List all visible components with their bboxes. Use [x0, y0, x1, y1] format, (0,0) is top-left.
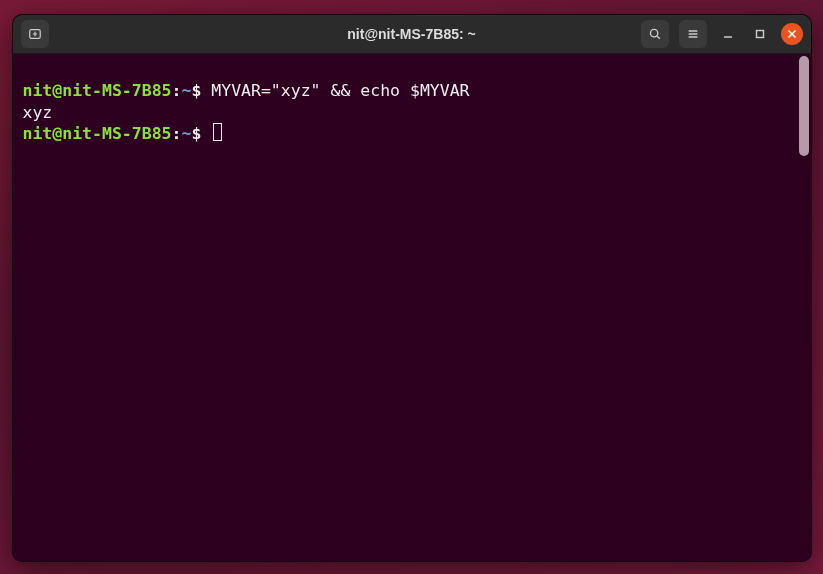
- menu-button[interactable]: [679, 20, 707, 48]
- hamburger-icon: [686, 27, 700, 41]
- desktop: nit@nit-MS-7B85: ~: [0, 0, 823, 574]
- prompt-sep: :: [172, 81, 182, 100]
- svg-line-4: [656, 36, 659, 39]
- prompt-path: ~: [181, 124, 191, 143]
- prompt-user-host: nit@nit-MS-7B85: [23, 124, 172, 143]
- new-tab-icon: [28, 27, 42, 41]
- prompt-path: ~: [181, 81, 191, 100]
- minimize-button[interactable]: [717, 23, 739, 45]
- maximize-button[interactable]: [749, 23, 771, 45]
- prompt-symbol: $: [191, 124, 201, 143]
- search-icon: [648, 27, 662, 41]
- output-line-1: xyz: [23, 103, 53, 122]
- command-line-1: MYVAR="xyz" && echo $MYVAR: [211, 81, 469, 100]
- prompt-user-host: nit@nit-MS-7B85: [23, 81, 172, 100]
- svg-point-3: [650, 29, 657, 36]
- terminal-body[interactable]: nit@nit-MS-7B85:~$ MYVAR="xyz" && echo $…: [13, 54, 811, 561]
- svg-rect-9: [756, 31, 763, 38]
- close-button[interactable]: [781, 23, 803, 45]
- titlebar[interactable]: nit@nit-MS-7B85: ~: [13, 15, 811, 54]
- search-button[interactable]: [641, 20, 669, 48]
- new-tab-button[interactable]: [21, 20, 49, 48]
- close-icon: [787, 29, 797, 39]
- scrollbar-thumb[interactable]: [799, 56, 809, 156]
- minimize-icon: [722, 28, 734, 40]
- prompt-sep: :: [172, 124, 182, 143]
- cursor: [213, 123, 222, 141]
- maximize-icon: [754, 28, 766, 40]
- terminal-window: nit@nit-MS-7B85: ~: [12, 14, 812, 562]
- prompt-symbol: $: [191, 81, 201, 100]
